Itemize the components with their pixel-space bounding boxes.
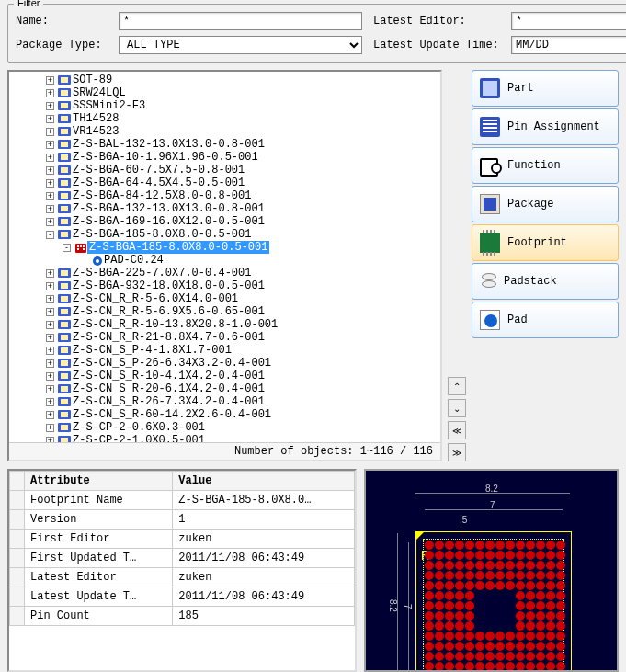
- tree-item[interactable]: -Z-S-BGA-185-8.0X8.0-0.5-001: [11, 228, 440, 241]
- bga-ball: [516, 621, 525, 631]
- category-pst[interactable]: Padstack: [472, 263, 619, 300]
- tree-item[interactable]: +Z-S-BGA-60-7.5X7.5-0.8-001: [11, 164, 440, 177]
- bga-ball: [435, 652, 444, 661]
- tree-item[interactable]: +SOT-89: [11, 74, 440, 86]
- table-row[interactable]: Latest Editorzuken: [10, 568, 355, 587]
- col-attribute[interactable]: Attribute: [25, 472, 173, 491]
- expand-icon[interactable]: -: [46, 231, 54, 239]
- table-row[interactable]: Version1: [10, 510, 355, 530]
- expand-icon[interactable]: +: [46, 205, 54, 213]
- category-fp[interactable]: Footprint: [472, 224, 619, 261]
- tree-item[interactable]: +Z-S-CN_S_P-26-6.34X3.2-0.4-001: [11, 357, 440, 370]
- col-value[interactable]: Value: [173, 472, 355, 491]
- tree-item[interactable]: +Z-S-CN_R_R-5-6.9X5.6-0.65-001: [11, 305, 440, 318]
- attr-value: 2011/11/08 06:43:49: [173, 549, 355, 568]
- tree-item[interactable]: +Z-S-BGA-64-4.5X4.5-0.5-001: [11, 177, 440, 189]
- table-row[interactable]: Pin Count185: [10, 607, 355, 626]
- table-row[interactable]: First Updated T…2011/11/08 06:43:49: [10, 549, 355, 568]
- move-top-button[interactable]: ≪: [448, 421, 466, 439]
- tree-item-label: Z-S-CN_S_P-4-1.8X1.7-001: [73, 344, 232, 357]
- expand-icon[interactable]: +: [46, 282, 54, 290]
- tree-item[interactable]: +Z-S-CN_S_P-4-1.8X1.7-001: [11, 344, 440, 357]
- table-row[interactable]: Latest Update T…2011/11/08 06:43:49: [10, 587, 355, 607]
- bga-ball: [465, 551, 474, 560]
- expand-icon[interactable]: +: [46, 295, 54, 303]
- expand-icon[interactable]: +: [46, 359, 54, 368]
- tree-item[interactable]: +Z-S-CN_S_R-10-4.1X4.2-0.4-001: [11, 370, 440, 382]
- category-pkg[interactable]: Package: [472, 186, 619, 222]
- expand-icon[interactable]: +: [46, 347, 54, 355]
- expand-icon[interactable]: -: [63, 244, 71, 252]
- bga-ball: [506, 611, 515, 621]
- tree-item[interactable]: +Z-S-CN_R_R-5-6.0X14.0-001: [11, 292, 440, 305]
- expand-icon[interactable]: +: [46, 192, 54, 200]
- pkg-icon: [58, 126, 71, 137]
- bga-ball: [435, 642, 444, 651]
- expand-icon[interactable]: +: [46, 411, 54, 419]
- tree-item[interactable]: +Z-S-BAL-132-13.0X13.0-0.8-001: [11, 138, 440, 151]
- expand-icon[interactable]: +: [46, 437, 54, 443]
- expand-icon[interactable]: +: [46, 334, 54, 342]
- expand-icon[interactable]: +: [46, 424, 54, 432]
- expand-icon[interactable]: +: [46, 269, 54, 278]
- table-row[interactable]: First Editorzuken: [10, 530, 355, 549]
- attr-name: Latest Update T…: [25, 587, 173, 607]
- expand-icon[interactable]: +: [46, 179, 54, 188]
- tree-item[interactable]: +SRW24LQL: [11, 86, 440, 99]
- move-bottom-button[interactable]: ≫: [448, 443, 466, 461]
- bga-ball: [425, 662, 434, 671]
- tree-item[interactable]: +Z-S-CP-2-0.6X0.3-001: [11, 421, 440, 434]
- tree-item[interactable]: PAD-C0.24: [11, 254, 440, 267]
- tree-item[interactable]: +Z-S-CN_S_R-20-6.1X4.2-0.4-001: [11, 382, 440, 395]
- latest-editor-input[interactable]: [511, 12, 626, 30]
- expand-icon[interactable]: +: [46, 398, 54, 406]
- latest-update-input[interactable]: [511, 36, 626, 54]
- move-up-button[interactable]: ⌃: [448, 377, 466, 395]
- expand-icon[interactable]: +: [46, 141, 54, 149]
- category-func[interactable]: Function: [472, 147, 619, 184]
- expand-icon[interactable]: +: [46, 76, 54, 85]
- tree-item[interactable]: +Z-S-BGA-932-18.0X18.0-0.5-001: [11, 279, 440, 292]
- expand-icon[interactable]: +: [46, 154, 54, 162]
- bga-ball: [475, 551, 484, 560]
- pin1-marker: [415, 531, 425, 541]
- category-pad[interactable]: Pad: [472, 302, 619, 338]
- tree-item[interactable]: +Z-S-CN_R_R-21-8.8X4.7-0.6-001: [11, 331, 440, 344]
- name-input[interactable]: [119, 12, 362, 30]
- tree-item[interactable]: +Z-S-CP-2-1.0X0.5-001: [11, 434, 440, 442]
- expand-icon[interactable]: +: [46, 89, 54, 97]
- package-type-select[interactable]: ALL TYPE: [119, 36, 362, 54]
- tree-item[interactable]: +Z-S-BGA-169-16.0X12.0-0.5-001: [11, 215, 440, 228]
- tree-item[interactable]: +TH14528: [11, 112, 440, 125]
- tree-item[interactable]: +Z-S-BGA-132-13.0X13.0-0.8-001: [11, 202, 440, 215]
- expand-icon[interactable]: +: [46, 372, 54, 381]
- tree-item[interactable]: +Z-S-CN_S_R-60-14.2X2.6-0.4-001: [11, 408, 440, 421]
- expand-icon[interactable]: +: [46, 115, 54, 123]
- bga-ball: [465, 652, 474, 661]
- bga-ball: [485, 561, 495, 570]
- expand-icon[interactable]: +: [46, 321, 54, 329]
- tree-item[interactable]: +SSSMini2-F3: [11, 99, 440, 112]
- expand-icon[interactable]: +: [46, 218, 54, 226]
- bga-ball: [556, 591, 565, 600]
- bga-ball: [546, 541, 555, 550]
- category-part[interactable]: Part: [472, 70, 619, 107]
- expand-icon[interactable]: +: [46, 385, 54, 393]
- expand-icon[interactable]: +: [46, 166, 54, 175]
- footprint-preview[interactable]: 8.2 7 .5 8.2 7 R A: [364, 469, 619, 672]
- table-row[interactable]: Footprint NameZ-S-BGA-185-8.0X8.0…: [10, 491, 355, 510]
- expand-icon[interactable]: +: [46, 102, 54, 110]
- tree-item[interactable]: +Z-S-CN_R_R-10-13.8X20.8-1.0-001: [11, 318, 440, 331]
- tree-item[interactable]: +Z-S-BGA-84-12.5X8.0-0.8-001: [11, 189, 440, 202]
- expand-icon[interactable]: +: [46, 128, 54, 136]
- tree-item[interactable]: +Z-S-BGA-10-1.96X1.96-0.5-001: [11, 151, 440, 164]
- category-pin[interactable]: Pin Assignment: [472, 108, 619, 145]
- bga-ball: [556, 642, 565, 651]
- move-down-button[interactable]: ⌄: [448, 399, 466, 417]
- tree-item[interactable]: -Z-S-BGA-185-8.0X8.0-0.5-001: [11, 241, 440, 254]
- tree-item[interactable]: +VR14523: [11, 125, 440, 138]
- tree-item[interactable]: +Z-S-CN_S_R-26-7.3X4.2-0.4-001: [11, 395, 440, 408]
- tree-item[interactable]: +Z-S-BGA-225-7.0X7.0-0.4-001: [11, 267, 440, 279]
- expand-icon[interactable]: +: [46, 308, 54, 316]
- tree-scroll[interactable]: +SOT-89+SRW24LQL+SSSMini2-F3+TH14528+VR1…: [9, 72, 440, 442]
